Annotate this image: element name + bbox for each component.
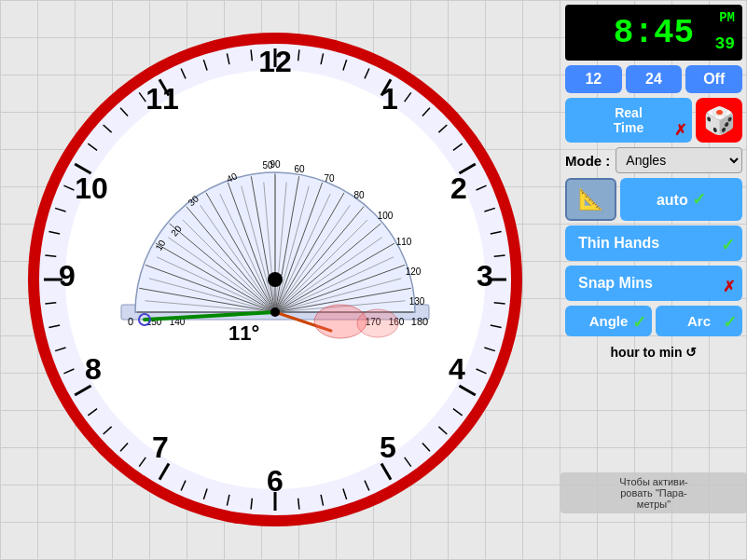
mode-row: Mode : Angles: [565, 147, 742, 173]
format-24h-button[interactable]: 24: [626, 65, 683, 93]
arc-check-icon: ✓: [723, 312, 737, 333]
svg-text:110: 110: [396, 237, 412, 247]
snap-mins-x-icon: ✗: [723, 278, 735, 295]
hour-4: 4: [449, 352, 465, 386]
angle-button[interactable]: Angle ✓: [565, 306, 652, 336]
format-off-button[interactable]: Off: [685, 65, 742, 93]
svg-text:90: 90: [270, 159, 281, 170]
thin-hands-button[interactable]: Thin Hands ✓: [565, 225, 742, 261]
angle-arc-row: Angle ✓ Arc ✓: [565, 306, 742, 336]
hour-5: 5: [380, 430, 396, 464]
activation-overlay: Чтобы активи- ровать "Пара- метры": [560, 472, 747, 513]
seconds-display: 39: [714, 34, 735, 53]
hour-9: 9: [59, 259, 76, 293]
mode-select[interactable]: Angles: [616, 147, 742, 173]
svg-text:80: 80: [353, 190, 365, 200]
arc-label: Arc: [687, 313, 711, 329]
colon-display: :: [633, 14, 654, 52]
svg-point-127: [270, 307, 280, 317]
format-12h-button[interactable]: 12: [565, 65, 622, 93]
thin-hands-check-icon: ✓: [721, 235, 735, 255]
activation-text: Чтобы активи- ровать "Пара- метры": [619, 476, 688, 510]
right-panel: PM 8 : 45 39 12 24 Off Real Time ✗ 🎲 Mod…: [560, 0, 747, 560]
hour-to-min-row: hour to min ↺: [565, 341, 742, 363]
snap-mins-button[interactable]: Snap Mins ✗: [565, 266, 742, 301]
minutes-display: 45: [654, 14, 694, 52]
thin-hands-label: Thin Hands: [578, 235, 659, 251]
clock-svg: 12 1 2 3 4 5 6 7 8 9 10 11: [28, 33, 522, 526]
hour-to-min-label: hour to min ↺: [611, 345, 698, 360]
svg-text:100: 100: [378, 211, 394, 221]
hour-8: 8: [85, 352, 102, 386]
hours-display: 8: [614, 14, 634, 52]
hour-7: 7: [152, 430, 169, 464]
protractor-icon: 📐: [578, 187, 603, 212]
real-time-row: Real Time ✗ 🎲: [565, 98, 742, 143]
dice-icon: 🎲: [703, 105, 736, 136]
hour-2: 2: [450, 171, 467, 205]
clock-face: 12 1 2 3 4 5 6 7 8 9 10 11: [28, 33, 522, 526]
svg-text:120: 120: [406, 266, 422, 277]
svg-text:0: 0: [128, 316, 133, 327]
arc-button[interactable]: Arc ✓: [656, 306, 742, 336]
auto-check-icon: ✓: [692, 190, 706, 209]
hour-3: 3: [477, 259, 493, 293]
snap-mins-label: Snap Mins: [578, 275, 653, 291]
svg-text:70: 70: [324, 173, 335, 184]
hour-10: 10: [75, 171, 108, 205]
ampm-label: PM: [719, 10, 735, 25]
real-time-label: Real Time: [614, 105, 643, 135]
svg-point-129: [357, 309, 398, 337]
real-time-x-icon: ✗: [674, 121, 686, 139]
angle-label: Angle: [589, 313, 629, 329]
clock-center: [268, 272, 283, 287]
svg-text:11°: 11°: [228, 321, 259, 345]
angle-check-icon: ✓: [632, 312, 646, 333]
mode-label: Mode :: [565, 153, 610, 169]
real-time-button[interactable]: Real Time ✗: [565, 98, 692, 143]
svg-text:60: 60: [294, 164, 305, 174]
auto-button[interactable]: auto ✓: [620, 178, 742, 221]
dice-button[interactable]: 🎲: [696, 98, 742, 143]
protractor-btn-row: 📐 auto ✓: [565, 178, 742, 221]
hour-1: 1: [381, 82, 398, 116]
digital-clock: PM 8 : 45 39: [565, 5, 742, 61]
auto-label: auto: [657, 192, 688, 208]
format-buttons-row: 12 24 Off: [565, 65, 742, 93]
svg-text:130: 130: [409, 296, 425, 307]
protractor-icon-button[interactable]: 📐: [565, 178, 616, 221]
clock-area: 12 1 2 3 4 5 6 7 8 9 10 11: [9, 9, 541, 550]
svg-text:180: 180: [411, 316, 428, 327]
